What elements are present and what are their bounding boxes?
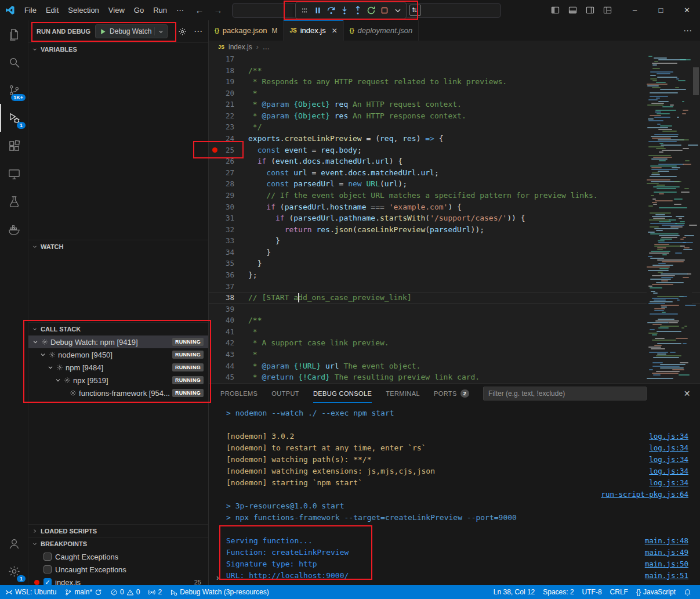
code-line-31[interactable]: 31 if (parsedUrl.pathname.startsWith('/s… — [209, 212, 700, 224]
menu-selection[interactable]: Selection — [63, 3, 103, 17]
start-debug-icon[interactable] — [99, 28, 107, 35]
gutter-41[interactable]: 41 — [209, 326, 244, 338]
close-icon[interactable]: ✕ — [684, 389, 691, 398]
code-line-37[interactable]: 37 — [209, 281, 700, 293]
panel-tab-problems[interactable]: PROBLEMS — [220, 384, 257, 403]
stop-button[interactable] — [378, 4, 391, 17]
status-encoding[interactable]: UTF-8 — [578, 585, 606, 599]
code-line-23[interactable]: 23 */ — [209, 121, 700, 133]
menu-file[interactable]: File — [20, 3, 41, 17]
layout-sidebar-left-button[interactable] — [546, 6, 564, 15]
code-line-33[interactable]: 33 } — [209, 235, 700, 247]
gutter-44[interactable]: 44 — [209, 360, 244, 372]
console-source-link[interactable]: main.js:49 — [645, 548, 688, 557]
breakpoint-checkbox[interactable]: ✓ — [43, 578, 52, 585]
menubar-more-button[interactable]: ⋯ — [172, 3, 188, 17]
code-line-43[interactable]: 43 * — [209, 349, 700, 360]
gear-icon[interactable] — [178, 26, 187, 37]
gutter-36[interactable]: 36 — [209, 269, 244, 281]
code-line-19[interactable]: 19 * Responds to any HTTP request relate… — [209, 76, 700, 88]
gutter-28[interactable]: 28 — [209, 178, 244, 190]
activity-search[interactable] — [0, 48, 28, 76]
call-stack-item[interactable]: functions-framework [954...RUNNING — [28, 387, 208, 399]
scrollbar-thumb[interactable] — [693, 67, 699, 95]
code-line-21[interactable]: 21 * @param {Object} req An HTTP request… — [209, 99, 700, 110]
gutter-18[interactable]: 18 — [209, 65, 244, 77]
call-stack-item[interactable]: npm [9484]RUNNING — [28, 361, 208, 374]
gutter-20[interactable]: 20 — [209, 88, 244, 99]
code-line-41[interactable]: 41 * — [209, 326, 700, 338]
gutter-23[interactable]: 23 — [209, 121, 244, 133]
breakpoint-item[interactable]: Caught Exceptions — [28, 550, 208, 563]
panel-tab-output[interactable]: OUTPUT — [271, 384, 299, 403]
gutter-39[interactable]: 39 — [209, 304, 244, 315]
code-line-38[interactable]: 38// [START add_ons_case_preview_link] — [209, 292, 700, 304]
breadcrumb-file[interactable]: index.js — [229, 43, 252, 51]
code-line-36[interactable]: 36}; — [209, 269, 700, 281]
gutter-26[interactable]: 26 — [209, 156, 244, 167]
call-stack-item[interactable]: nodemon [9450]RUNNING — [28, 348, 208, 361]
code-line-42[interactable]: 42 * A support case link preview. — [209, 337, 700, 349]
code-line-17[interactable]: 17 — [209, 53, 700, 65]
console-source-link[interactable]: main.js:48 — [645, 536, 688, 545]
code-line-30[interactable]: 30 if (parsedUrl.hostname === 'example.c… — [209, 201, 700, 213]
status-forwarded-ports[interactable]: 2 — [144, 585, 166, 599]
activity-docker[interactable] — [0, 215, 28, 243]
console-source-link[interactable]: main.js:50 — [645, 560, 688, 568]
debug-config-dropdown[interactable]: Debug Watch — [95, 24, 168, 38]
tab-index.js[interactable]: JSindex.js✕ — [284, 20, 343, 41]
console-source-link[interactable]: log.js:34 — [649, 432, 688, 441]
code-line-40[interactable]: 40/** — [209, 315, 700, 326]
gutter-38[interactable]: 38 — [209, 292, 244, 304]
gutter-30[interactable]: 30 — [209, 201, 244, 213]
close-button[interactable]: ✕ — [674, 0, 700, 20]
step-into-button[interactable] — [338, 4, 351, 17]
layout-panel-button[interactable] — [564, 6, 581, 15]
code-line-25[interactable]: 25 const event = req.body; — [209, 145, 700, 156]
restart-button[interactable] — [364, 4, 378, 17]
chevron-down-icon[interactable] — [154, 27, 164, 35]
activity-testing[interactable] — [0, 187, 28, 215]
tab-package.json[interactable]: {}package.jsonM — [209, 20, 284, 41]
loaded-scripts-header[interactable]: LOADED SCRIPTS — [28, 524, 208, 537]
console-filter-input[interactable] — [483, 387, 647, 400]
chevron-down-button[interactable] — [391, 4, 404, 17]
status-git-branch[interactable]: main* — [60, 585, 106, 599]
status-cursor-position[interactable]: Ln 38, Col 12 — [489, 585, 539, 599]
breakpoint-checkbox[interactable] — [43, 553, 52, 561]
breakpoint-item[interactable]: Uncaught Exceptions — [28, 563, 208, 576]
gutter-35[interactable]: 35 — [209, 258, 244, 269]
sidebar-more-icon[interactable]: ⋯ — [194, 26, 202, 37]
breadcrumb-more[interactable]: … — [263, 43, 270, 51]
breadcrumb[interactable]: JS index.js › … — [209, 41, 700, 53]
nav-back-button[interactable]: ← — [192, 5, 207, 15]
code-editor[interactable]: 1718/**19 * Responds to any HTTP request… — [209, 53, 700, 383]
code-line-32[interactable]: 32 return res.json(caseLinkPreview(parse… — [209, 224, 700, 236]
status-indentation[interactable]: Spaces: 2 — [539, 585, 578, 599]
nav-forward-button[interactable]: → — [211, 5, 226, 15]
gutter-33[interactable]: 33 — [209, 235, 244, 247]
breakpoint-item[interactable]: ✓index.js25 — [28, 576, 208, 585]
variables-header[interactable]: VARIABLES — [28, 42, 208, 56]
code-line-27[interactable]: 27 const url = event.docs.matchedUrl.url… — [209, 167, 700, 179]
command-center[interactable]: tu — [232, 3, 501, 18]
panel-tab-ports[interactable]: PORTS2 — [434, 384, 469, 403]
layout-grid-button[interactable] — [599, 6, 616, 15]
gutter-37[interactable]: 37 — [209, 281, 244, 293]
tab-deployment.json[interactable]: {}deployment.json — [344, 20, 419, 41]
gutter-27[interactable]: 27 — [209, 167, 244, 179]
minimap[interactable] — [647, 53, 692, 383]
code-line-29[interactable]: 29 // If the event object URL matches a … — [209, 190, 700, 201]
panel-tab-debug-console[interactable]: DEBUG CONSOLE — [313, 384, 372, 403]
menu-run[interactable]: Run — [148, 3, 172, 17]
gutter-42[interactable]: 42 — [209, 337, 244, 349]
gutter-45[interactable]: 45 — [209, 371, 244, 383]
menu-view[interactable]: View — [104, 3, 129, 17]
activity-settings[interactable]: 1 — [0, 557, 28, 585]
grabber-button[interactable] — [298, 4, 311, 17]
gutter-17[interactable]: 17 — [209, 53, 244, 65]
activity-source-control[interactable]: 1K+ — [0, 76, 28, 104]
call-stack-item[interactable]: Debug Watch: npm [9419]RUNNING — [28, 335, 208, 348]
gutter-34[interactable]: 34 — [209, 247, 244, 258]
code-line-45[interactable]: 45 * @return {!Card} The resulting previ… — [209, 371, 700, 383]
